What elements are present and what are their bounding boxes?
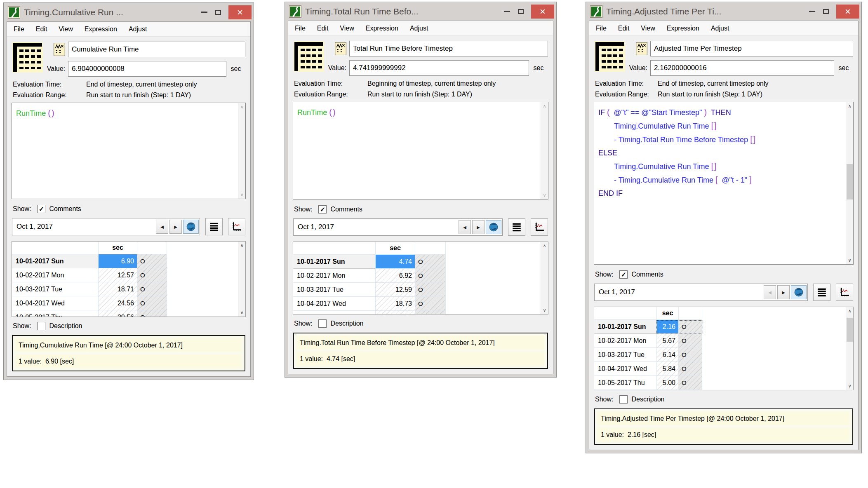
prev-timestep-button[interactable]: ◀ bbox=[459, 220, 471, 234]
expression-scrollbar[interactable]: ∧∨ bbox=[238, 103, 245, 199]
minimize-button[interactable] bbox=[197, 6, 211, 19]
table-row-partial[interactable]: 10-05-2017 Thu24.57O bbox=[293, 311, 541, 314]
table-scrollbar[interactable]: ∧∨ bbox=[541, 242, 548, 314]
minimize-button[interactable] bbox=[805, 5, 819, 18]
table-row[interactable]: 10-03-2017 Tue6.14O bbox=[594, 348, 846, 362]
slot-name-input[interactable] bbox=[650, 41, 853, 56]
date-value[interactable]: Oct 1, 2017 bbox=[294, 223, 457, 231]
menu-edit[interactable]: Edit bbox=[317, 25, 329, 32]
table-row[interactable]: 10-01-2017 Sun4.74O bbox=[293, 255, 541, 269]
menu-edit[interactable]: Edit bbox=[618, 25, 630, 32]
scroll-up-icon[interactable]: ∧ bbox=[846, 308, 853, 314]
scroll-up-icon[interactable]: ∧ bbox=[846, 103, 853, 109]
date-value[interactable]: Oct 1, 2017 bbox=[595, 288, 762, 296]
table-row[interactable]: 10-02-2017 Mon6.92O bbox=[293, 269, 541, 283]
scroll-down-icon[interactable]: ∨ bbox=[541, 307, 548, 313]
menu-expression[interactable]: Expression bbox=[667, 25, 699, 32]
value-cell-selected[interactable]: 2.16 bbox=[657, 320, 679, 334]
value-cell[interactable]: 24.56 bbox=[99, 296, 137, 310]
value-cell[interactable]: 5.84 bbox=[657, 362, 679, 376]
table-row[interactable]: 10-04-2017 Wed24.56O bbox=[12, 296, 238, 310]
expression-editor[interactable]: IF ( @"t" == @"Start Timestep" ) THEN Ti… bbox=[594, 102, 854, 265]
comments-checkbox[interactable]: ✓ bbox=[318, 205, 327, 214]
value-cell[interactable]: 5.00 bbox=[657, 376, 679, 390]
scroll-up-icon[interactable]: ∧ bbox=[238, 243, 245, 248]
next-timestep-button[interactable]: ▶ bbox=[472, 220, 485, 234]
date-selector[interactable]: Oct 1, 2017 ◀ ▶ bbox=[293, 218, 503, 236]
table-row[interactable]: 10-05-2017 Thu5.00O bbox=[594, 376, 846, 390]
expression-editor[interactable]: RunTime () ∧∨ bbox=[293, 102, 548, 199]
table-row[interactable]: 10-04-2017 Wed5.84O bbox=[594, 362, 846, 376]
menu-view[interactable]: View bbox=[59, 26, 73, 33]
titlebar[interactable]: Timing.Total Run Time Befo... × bbox=[285, 2, 556, 21]
scroll-up-icon[interactable]: ∧ bbox=[541, 243, 548, 249]
menu-adjust[interactable]: Adjust bbox=[129, 26, 147, 33]
date-selector[interactable]: Oct 1, 2017 ◀ ▶ bbox=[594, 284, 808, 301]
description-checkbox[interactable] bbox=[318, 319, 327, 328]
prev-timestep-button[interactable]: ◀ bbox=[764, 285, 776, 299]
value-cell[interactable]: 12.57 bbox=[99, 268, 137, 282]
plot-view-button[interactable] bbox=[228, 218, 245, 235]
value-cell-selected[interactable]: 4.74 bbox=[376, 255, 415, 269]
value-cell[interactable]: 30.56 bbox=[99, 310, 137, 317]
next-timestep-button[interactable]: ▶ bbox=[169, 220, 182, 234]
prev-timestep-button[interactable]: ◀ bbox=[156, 220, 168, 234]
menu-adjust[interactable]: Adjust bbox=[711, 25, 729, 32]
table-row[interactable]: 10-02-2017 Mon5.67O bbox=[594, 334, 846, 348]
value-input[interactable] bbox=[349, 60, 529, 76]
description-checkbox[interactable] bbox=[619, 395, 628, 404]
expression-scrollbar[interactable]: ∧∨ bbox=[541, 102, 548, 199]
list-view-button[interactable] bbox=[508, 218, 525, 236]
slot-name-input[interactable] bbox=[349, 41, 548, 56]
date-selector[interactable]: Oct 1, 2017 ◀ ▶ bbox=[12, 218, 200, 235]
next-timestep-button[interactable]: ▶ bbox=[777, 285, 790, 299]
titlebar[interactable]: Timing.Cumulative Run ... × bbox=[4, 3, 254, 21]
value-cell[interactable]: 24.57 bbox=[376, 311, 415, 314]
description-checkbox[interactable] bbox=[37, 322, 45, 330]
close-button[interactable]: × bbox=[228, 5, 252, 19]
plot-view-button[interactable] bbox=[836, 284, 853, 301]
menu-adjust[interactable]: Adjust bbox=[410, 25, 428, 32]
value-input[interactable] bbox=[68, 61, 226, 77]
maximize-button[interactable] bbox=[514, 5, 528, 18]
plot-view-button[interactable] bbox=[531, 218, 548, 236]
maximize-button[interactable] bbox=[819, 5, 833, 18]
globe-button[interactable] bbox=[183, 220, 199, 234]
scroll-up-icon[interactable]: ∧ bbox=[541, 103, 548, 109]
value-input[interactable] bbox=[650, 60, 834, 76]
scrollbar-thumb[interactable] bbox=[847, 164, 853, 199]
table-row[interactable]: 10-03-2017 Tue12.59O bbox=[293, 283, 541, 297]
value-cell[interactable]: 12.59 bbox=[376, 283, 415, 297]
value-cell[interactable]: 6.14 bbox=[657, 348, 679, 362]
close-button[interactable]: × bbox=[836, 5, 859, 19]
comments-checkbox[interactable]: ✓ bbox=[619, 270, 628, 279]
table-row[interactable]: 10-04-2017 Wed18.73O bbox=[293, 297, 541, 311]
scrollbar-thumb[interactable] bbox=[847, 318, 853, 342]
table-scrollbar[interactable]: ∧∨ bbox=[846, 307, 853, 390]
scroll-down-icon[interactable]: ∨ bbox=[846, 258, 853, 263]
table-row[interactable]: 10-02-2017 Mon12.57O bbox=[12, 268, 238, 282]
scroll-down-icon[interactable]: ∨ bbox=[846, 383, 853, 389]
value-cell-selected[interactable]: 6.90 bbox=[99, 254, 137, 268]
value-cell[interactable]: 5.67 bbox=[657, 334, 679, 348]
menu-edit[interactable]: Edit bbox=[36, 26, 47, 33]
table-row[interactable]: 10-01-2017 Sun2.16O bbox=[594, 320, 846, 334]
globe-button[interactable] bbox=[791, 285, 807, 299]
comments-checkbox[interactable]: ✓ bbox=[37, 205, 45, 213]
scroll-up-icon[interactable]: ∧ bbox=[238, 104, 245, 110]
titlebar[interactable]: Timing.Adjusted Time Per Ti... × bbox=[586, 2, 861, 21]
menu-view[interactable]: View bbox=[340, 25, 354, 32]
scroll-down-icon[interactable]: ∨ bbox=[541, 192, 548, 198]
expression-editor[interactable]: RunTime () ∧∨ bbox=[12, 103, 246, 199]
value-cell[interactable]: 18.73 bbox=[376, 297, 415, 311]
scroll-down-icon[interactable]: ∨ bbox=[238, 192, 245, 197]
list-view-button[interactable] bbox=[205, 218, 223, 235]
menu-view[interactable]: View bbox=[641, 25, 655, 32]
scroll-down-icon[interactable]: ∨ bbox=[238, 310, 245, 315]
maximize-button[interactable] bbox=[211, 6, 225, 19]
menu-expression[interactable]: Expression bbox=[366, 25, 398, 32]
expression-scrollbar[interactable]: ∧∨ bbox=[846, 102, 853, 264]
table-row[interactable]: 10-03-2017 Tue18.71O bbox=[12, 282, 238, 296]
value-cell[interactable]: 18.71 bbox=[99, 282, 137, 296]
value-cell[interactable]: 6.92 bbox=[376, 269, 415, 283]
